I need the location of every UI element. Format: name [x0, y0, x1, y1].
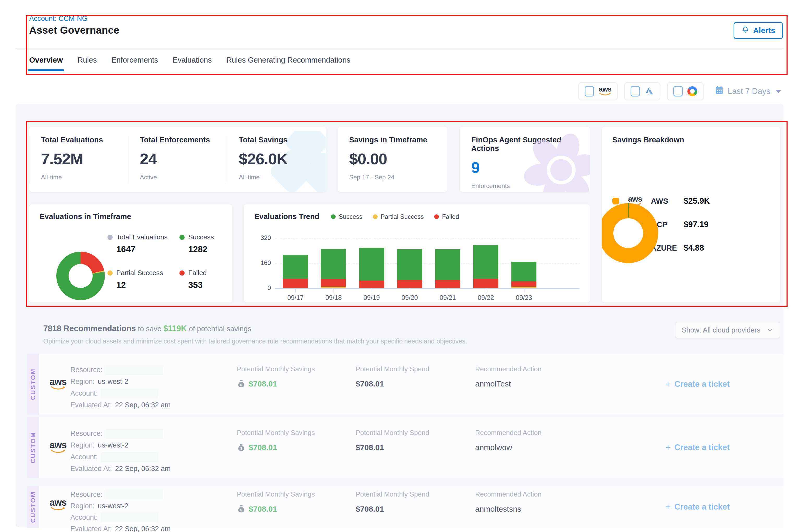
chevron-down-icon: [776, 90, 781, 93]
svg-text:$: $: [240, 508, 242, 512]
failed-dot-icon: [179, 270, 185, 276]
legend-partial-success: Partial Success 12: [108, 269, 179, 290]
header-divider: [16, 49, 783, 49]
tab-enforcements[interactable]: Enforcements: [111, 56, 158, 71]
azure-filter-chip[interactable]: [624, 82, 660, 100]
create-ticket-button[interactable]: +Create a ticket: [665, 443, 730, 452]
calendar-icon: [715, 86, 724, 97]
resource-details: Resource: Region:us-west-2 Account: Eval…: [71, 428, 171, 475]
stat-caption: All-time: [41, 174, 117, 181]
create-ticket-button[interactable]: +Create a ticket: [665, 379, 730, 389]
region-value: us-west-2: [98, 502, 128, 510]
custom-badge: CUSTOM: [27, 354, 39, 415]
stat-value: 7.52M: [41, 150, 117, 168]
evaluations-trend-card: Evaluations Trend Success Partial Succes…: [244, 205, 590, 303]
card-caption: Sep 17 - Sep 24: [349, 174, 436, 181]
partial-dot-icon: [108, 270, 113, 276]
y-axis-tick: 160: [252, 259, 271, 267]
legend-success: Success 1282: [179, 233, 232, 254]
date-range-label: Last 7 Days: [727, 87, 771, 96]
provider-filter-row: aws Last 7 Days: [578, 82, 781, 100]
stat-caption: All-time: [239, 174, 315, 181]
tab-rules[interactable]: Rules: [77, 56, 97, 71]
evaluated-at-value: 22 Sep, 06:32 am: [115, 401, 171, 409]
page-title: Asset Governance: [29, 24, 119, 36]
bell-icon: [741, 25, 749, 36]
azure-checkbox[interactable]: [631, 86, 640, 96]
alerts-button[interactable]: Alerts: [734, 22, 783, 39]
aws-filter-chip[interactable]: aws: [578, 82, 618, 100]
date-range-filter[interactable]: Last 7 Days: [715, 86, 781, 97]
gcp-filter-chip[interactable]: [667, 82, 704, 100]
total-enforcements-stat: Total Enforcements 24 Active: [128, 136, 227, 183]
trend-bars: 09/1709/1809/1909/2009/2109/2209/23: [283, 238, 536, 288]
tab-bar: Overview Rules Enforcements Evaluations …: [29, 56, 350, 71]
recommendation-row[interactable]: CUSTOM aws Resource: Region:us-west-2 Ac…: [27, 486, 783, 528]
custom-badge: CUSTOM: [27, 486, 39, 528]
potential-monthly-savings: Potential Monthly Savings $$708.01: [237, 429, 315, 452]
y-axis-tick: 0: [252, 284, 271, 291]
aws-logo-icon: aws: [599, 87, 611, 96]
aws-legend-marker: [612, 198, 619, 205]
summary-stats-card: Total Evaluations 7.52M All-time Total E…: [29, 127, 326, 192]
legend-value: 12: [116, 280, 179, 290]
success-dot-icon: [331, 214, 336, 219]
cloud-provider-select[interactable]: Show: All cloud providers: [675, 322, 780, 339]
recommended-action: Recommended Action anmoltestsns: [475, 490, 542, 513]
gcp-checkbox[interactable]: [673, 86, 683, 96]
account-breadcrumb[interactable]: Account: CCM-NG: [29, 15, 88, 23]
total-evaluations-stat: Total Evaluations 7.52M All-time: [29, 136, 128, 183]
potential-monthly-spend: Potential Monthly Spend $708.01: [356, 365, 429, 388]
tab-overview[interactable]: Overview: [29, 56, 63, 71]
card-value: $0.00: [349, 150, 436, 168]
trend-bar: 09/17: [283, 238, 308, 288]
provider-name: AWS: [651, 197, 678, 206]
resource-details: Resource: Region:us-west-2 Account: Eval…: [71, 489, 171, 532]
tab-evaluations[interactable]: Evaluations: [173, 56, 212, 71]
legend-value: 1282: [188, 244, 232, 254]
potential-savings-amount: $119K: [164, 324, 187, 333]
potential-monthly-savings: Potential Monthly Savings $$708.01: [237, 490, 315, 513]
recommendation-row[interactable]: CUSTOM aws Resource: Region:us-west-2 Ac…: [27, 354, 783, 415]
stat-title: Total Evaluations: [41, 136, 117, 144]
recommended-action: Recommended Action anmolTest: [475, 365, 542, 388]
redacted-resource-value: [106, 365, 163, 375]
stat-caption: Active: [140, 174, 215, 181]
legend-total-evaluations: Total Evaluations 1647: [108, 233, 179, 254]
trend-bar: 09/22: [473, 238, 498, 288]
chevron-down-icon: [767, 327, 774, 334]
legend-value: 1647: [116, 244, 179, 254]
trend-bar: 09/20: [397, 238, 422, 288]
y-axis-tick: 320: [252, 234, 271, 242]
gcp-logo-icon: [687, 86, 697, 96]
card-title: Savings in Timeframe: [349, 136, 436, 144]
recommended-action: Recommended Action anmolwow: [475, 429, 542, 452]
trend-bar: 09/21: [435, 238, 460, 288]
recommendations-heading: 7818 Recommendations to save $119K of po…: [43, 324, 251, 333]
provider-savings: $4.88: [684, 243, 704, 253]
finops-suggested-actions-card: FinOps Agent Suggested Actions 9 Enforce…: [460, 127, 590, 192]
create-ticket-button[interactable]: +Create a ticket: [665, 502, 730, 512]
failed-dot-icon: [434, 214, 439, 219]
potential-monthly-spend: Potential Monthly Spend $708.01: [356, 490, 429, 513]
stat-title: Total Savings: [239, 136, 315, 144]
aws-checkbox[interactable]: [585, 86, 594, 96]
region-value: us-west-2: [98, 441, 128, 449]
aws-logo-icon: aws: [50, 499, 66, 511]
tab-rules-generating-recommendations[interactable]: Rules Generating Recommendations: [226, 56, 350, 71]
azure-logo-icon: [645, 86, 654, 96]
finops-pinwheel-icon: [522, 131, 590, 192]
evaluations-donut: [56, 252, 105, 300]
evaluated-at-value: 22 Sep, 06:32 am: [115, 525, 171, 532]
redacted-account-value: [101, 452, 158, 462]
svg-text:$: $: [240, 383, 242, 387]
total-dot-icon: [108, 235, 113, 240]
money-bag-icon: $: [237, 505, 246, 513]
provider-savings: $25.9K: [684, 196, 710, 206]
custom-badge: CUSTOM: [27, 417, 39, 478]
success-dot-icon: [179, 235, 185, 240]
asset-governance-page: Account: CCM-NG Asset Governance Overvie…: [0, 0, 798, 532]
recommendation-row[interactable]: CUSTOM aws Resource: Region:us-west-2 Ac…: [27, 417, 783, 478]
stat-value: 24: [140, 150, 215, 168]
plus-icon: +: [665, 379, 671, 389]
